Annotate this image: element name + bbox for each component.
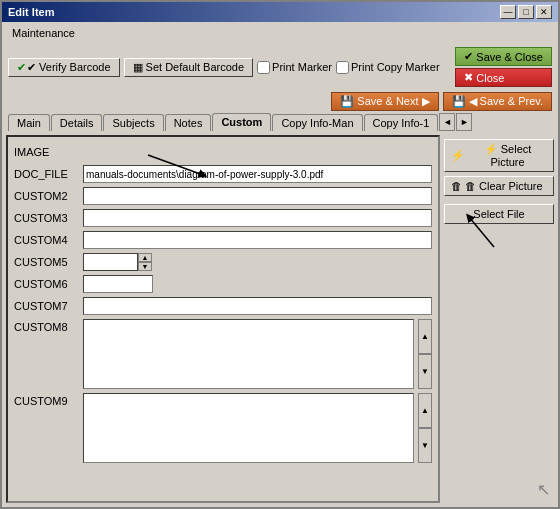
window-title: Edit Item bbox=[8, 6, 54, 18]
custom8-textarea[interactable] bbox=[83, 319, 414, 389]
select-picture-button[interactable]: ⚡ ⚡ Select Picture bbox=[444, 139, 554, 172]
docfile-row: DOC_FILE bbox=[14, 165, 432, 183]
custom8-label: CUSTOM8 bbox=[14, 319, 79, 333]
custom9-label: CUSTOM9 bbox=[14, 393, 79, 407]
save-prev-button[interactable]: 💾 ◀ Save & Prev. bbox=[443, 92, 552, 111]
menu-bar: Maintenance bbox=[2, 22, 558, 44]
side-panel: ⚡ ⚡ Select Picture 🗑 🗑 Clear Picture Sel… bbox=[444, 135, 554, 503]
print-marker-checkbox[interactable] bbox=[257, 61, 270, 74]
close-icon: ✖ bbox=[464, 71, 473, 84]
custom9-scroll-down[interactable]: ▼ bbox=[418, 428, 432, 463]
tab-notes[interactable]: Notes bbox=[165, 114, 212, 131]
cursor-indicator: ↖ bbox=[444, 480, 554, 503]
disk-icon: 💾 bbox=[340, 95, 354, 108]
tab-nav-right[interactable]: ► bbox=[456, 113, 472, 131]
custom3-label: CUSTOM3 bbox=[14, 212, 79, 224]
custom5-spinner-buttons: ▲ ▼ bbox=[138, 253, 152, 271]
tab-copy-info-man[interactable]: Copy Info-Man bbox=[272, 114, 362, 131]
select-file-button[interactable]: Select File bbox=[444, 204, 554, 224]
save-close-button[interactable]: ✔ Save & Close bbox=[455, 47, 552, 66]
minimize-button[interactable]: — bbox=[500, 5, 516, 19]
title-bar: Edit Item — □ ✕ bbox=[2, 2, 558, 22]
disk-prev-icon: 💾 bbox=[452, 95, 466, 108]
tab-details[interactable]: Details bbox=[51, 114, 103, 131]
custom6-input[interactable] bbox=[83, 275, 153, 293]
custom2-label: CUSTOM2 bbox=[14, 190, 79, 202]
custom8-scroll-up[interactable]: ▲ bbox=[418, 319, 432, 354]
custom5-increment[interactable]: ▲ bbox=[138, 253, 152, 262]
set-default-barcode-button[interactable]: ▦ Set Default Barcode bbox=[124, 58, 253, 77]
tab-copy-info-1[interactable]: Copy Info-1 bbox=[364, 114, 439, 131]
image-input[interactable] bbox=[83, 143, 432, 161]
custom7-row: CUSTOM7 bbox=[14, 297, 432, 315]
docfile-label: DOC_FILE bbox=[14, 168, 79, 180]
barcode-icon: ▦ bbox=[133, 61, 143, 74]
custom6-label: CUSTOM6 bbox=[14, 278, 79, 290]
window-controls: — □ ✕ bbox=[500, 5, 552, 19]
custom4-input[interactable] bbox=[83, 231, 432, 249]
form-panel: IMAGE DOC_FILE CUSTOM2 CUSTOM3 CUSTOM4 bbox=[6, 135, 440, 503]
verify-barcode-button[interactable]: ✔ ✔ Verify Barcode bbox=[8, 58, 120, 77]
close-window-button[interactable]: ✕ bbox=[536, 5, 552, 19]
docfile-input[interactable] bbox=[83, 165, 432, 183]
custom5-input[interactable] bbox=[83, 253, 138, 271]
tabs-bar: Main Details Subjects Notes Custom Copy … bbox=[2, 113, 558, 131]
tab-custom[interactable]: Custom bbox=[212, 113, 271, 131]
checkmark-icon: ✔ bbox=[17, 61, 26, 74]
custom9-row: CUSTOM9 ▲ ▼ bbox=[14, 393, 432, 463]
trash-icon: 🗑 bbox=[451, 180, 462, 192]
close-button[interactable]: ✖ Close bbox=[455, 68, 552, 87]
custom6-row: CUSTOM6 bbox=[14, 275, 432, 293]
custom3-row: CUSTOM3 bbox=[14, 209, 432, 227]
custom2-row: CUSTOM2 bbox=[14, 187, 432, 205]
maximize-button[interactable]: □ bbox=[518, 5, 534, 19]
custom5-decrement[interactable]: ▼ bbox=[138, 262, 152, 271]
custom7-label: CUSTOM7 bbox=[14, 300, 79, 312]
image-row: IMAGE bbox=[14, 143, 432, 161]
lightning-icon: ⚡ bbox=[451, 149, 465, 162]
tab-subjects[interactable]: Subjects bbox=[103, 114, 163, 131]
print-marker-checkbox-label[interactable]: Print Marker bbox=[257, 61, 332, 74]
custom8-row: CUSTOM8 ▲ ▼ bbox=[14, 319, 432, 389]
tab-main[interactable]: Main bbox=[8, 114, 50, 131]
custom5-spinner: ▲ ▼ bbox=[83, 253, 152, 271]
print-copy-marker-checkbox-label[interactable]: Print Copy Marker bbox=[336, 61, 440, 74]
save-next-button[interactable]: 💾 Save & Next ▶ bbox=[331, 92, 438, 111]
clear-picture-button[interactable]: 🗑 🗑 Clear Picture bbox=[444, 176, 554, 196]
custom5-label: CUSTOM5 bbox=[14, 256, 79, 268]
custom4-label: CUSTOM4 bbox=[14, 234, 79, 246]
custom9-scroll-up[interactable]: ▲ bbox=[418, 393, 432, 428]
image-label: IMAGE bbox=[14, 146, 79, 158]
custom8-scroll-down[interactable]: ▼ bbox=[418, 354, 432, 389]
custom5-row: CUSTOM5 ▲ ▼ bbox=[14, 253, 432, 271]
main-content: IMAGE DOC_FILE CUSTOM2 CUSTOM3 CUSTOM4 bbox=[2, 131, 558, 507]
print-copy-marker-checkbox[interactable] bbox=[336, 61, 349, 74]
toolbar-row1: ✔ ✔ Verify Barcode ▦ Set Default Barcode… bbox=[2, 44, 558, 90]
custom7-input[interactable] bbox=[83, 297, 432, 315]
custom4-row: CUSTOM4 bbox=[14, 231, 432, 249]
save-icon: ✔ bbox=[464, 50, 473, 63]
maintenance-menu[interactable]: Maintenance bbox=[6, 25, 81, 41]
edit-item-window: Edit Item — □ ✕ Maintenance ✔ ✔ Verify B… bbox=[0, 0, 560, 509]
custom9-textarea[interactable] bbox=[83, 393, 414, 463]
custom3-input[interactable] bbox=[83, 209, 432, 227]
tab-nav-left[interactable]: ◄ bbox=[439, 113, 455, 131]
custom2-input[interactable] bbox=[83, 187, 432, 205]
